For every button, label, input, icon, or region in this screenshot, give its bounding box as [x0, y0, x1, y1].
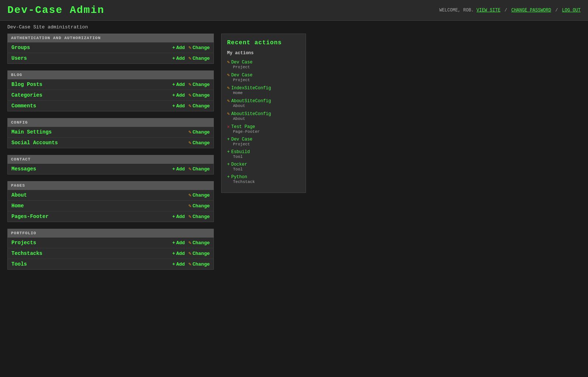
action-link[interactable]: AboutSiteConfig: [231, 111, 271, 117]
change-link[interactable]: ✎ Change: [188, 82, 210, 87]
section-body-config: Main Settings✎ ChangeSocial Accounts✎ Ch…: [7, 127, 214, 148]
change-link[interactable]: ✎ Change: [188, 55, 210, 61]
action-sub: Techstack: [227, 180, 300, 184]
change-link[interactable]: ✎ Change: [188, 214, 210, 219]
row-actions: + Add✎ Change: [172, 82, 210, 87]
list-item: ✎ Dev Case Project: [227, 72, 300, 82]
list-item: Projects+ Add✎ Change: [8, 238, 213, 248]
view-site-link[interactable]: VIEW SITE: [477, 8, 501, 13]
edit-icon: ✎: [227, 72, 230, 78]
action-link[interactable]: Dev Case: [231, 73, 253, 78]
row-actions: ✎ Change: [188, 129, 210, 135]
action-name: ✎ Dev Case: [227, 72, 300, 78]
section-auth: Authentication and AuthorizationGroups+ …: [7, 34, 214, 64]
change-link[interactable]: ✎ Change: [188, 92, 210, 98]
action-link[interactable]: IndexSiteConfig: [231, 86, 271, 91]
item-label[interactable]: Blog Posts: [11, 82, 172, 87]
action-link[interactable]: Dev Case: [231, 137, 253, 142]
change-link[interactable]: ✎ Change: [188, 192, 210, 198]
section-pages: PagesAbout✎ ChangeHome✎ ChangePages-Foot…: [7, 181, 214, 222]
add-link[interactable]: + Add: [172, 82, 185, 87]
add-icon: +: [172, 251, 175, 256]
item-label[interactable]: Groups: [11, 45, 172, 51]
row-actions: + Add✎ Change: [172, 92, 210, 98]
list-item: + Python Techstack: [227, 174, 300, 184]
action-link[interactable]: Dev Case: [231, 60, 253, 65]
list-item: + Esbuild Tool: [227, 149, 300, 159]
change-link[interactable]: ✎ Change: [188, 140, 210, 146]
list-item: Comments+ Add✎ Change: [8, 101, 213, 111]
add-link[interactable]: + Add: [172, 56, 185, 61]
action-link[interactable]: Python: [231, 174, 247, 180]
my-actions-label: My actions: [227, 51, 300, 56]
item-label[interactable]: Pages-Footer: [11, 214, 172, 219]
list-item: Users+ Add✎ Change: [8, 53, 213, 63]
action-sub: Project: [227, 78, 300, 82]
add-icon: +: [172, 262, 175, 267]
change-link[interactable]: ✎ Change: [188, 250, 210, 256]
add-icon: +: [227, 149, 230, 155]
add-link[interactable]: + Add: [172, 251, 185, 256]
add-link[interactable]: + Add: [172, 166, 185, 172]
add-icon: +: [172, 240, 175, 246]
change-link[interactable]: ✎ Change: [188, 45, 210, 51]
change-link[interactable]: ✎ Change: [188, 261, 210, 267]
list-item: Blog Posts+ Add✎ Change: [8, 79, 213, 90]
action-name: + Dev Case: [227, 137, 300, 142]
pencil-icon: ✎: [188, 214, 191, 219]
pencil-icon: ✎: [188, 140, 191, 146]
item-label[interactable]: Comments: [11, 103, 172, 109]
change-password-link[interactable]: CHANGE PASSWORD: [511, 8, 551, 13]
item-label[interactable]: Users: [11, 55, 172, 61]
add-link[interactable]: + Add: [172, 214, 185, 219]
change-link[interactable]: ✎ Change: [188, 166, 210, 172]
item-label[interactable]: Social Accounts: [11, 140, 188, 146]
change-link[interactable]: ✎ Change: [188, 240, 210, 246]
item-label[interactable]: About: [11, 192, 188, 198]
add-link[interactable]: + Add: [172, 103, 185, 109]
section-body-pages: About✎ ChangeHome✎ ChangePages-Footer+ A…: [7, 190, 214, 222]
item-label[interactable]: Projects: [11, 240, 172, 246]
item-label[interactable]: Main Settings: [11, 129, 188, 135]
add-icon: +: [172, 82, 175, 87]
edit-icon: ✎: [227, 111, 230, 117]
section-header-pages: Pages: [7, 181, 214, 190]
list-item: + Docker Tool: [227, 162, 300, 172]
change-link[interactable]: ✎ Change: [188, 129, 210, 135]
edit-icon: ✎: [227, 98, 230, 104]
add-link[interactable]: + Add: [172, 45, 185, 51]
add-icon: +: [172, 103, 175, 109]
action-sub: Tool: [227, 155, 300, 159]
item-label[interactable]: Messages: [11, 166, 172, 172]
list-item: Techstacks+ Add✎ Change: [8, 248, 213, 259]
left-panel: Authentication and AuthorizationGroups+ …: [7, 34, 214, 276]
change-link[interactable]: ✎ Change: [188, 203, 210, 209]
pencil-icon: ✎: [188, 166, 191, 172]
change-link[interactable]: ✎ Change: [188, 103, 210, 109]
item-label[interactable]: Techstacks: [11, 250, 172, 256]
action-link[interactable]: Test Page: [231, 124, 255, 129]
list-item: Categories+ Add✎ Change: [8, 90, 213, 101]
pencil-icon: ✎: [188, 55, 191, 61]
log-out-link[interactable]: LOG OUT: [562, 8, 581, 13]
pencil-icon: ✎: [188, 250, 191, 256]
row-actions: + Add✎ Change: [172, 261, 210, 267]
add-link[interactable]: + Add: [172, 93, 185, 98]
action-link[interactable]: AboutSiteConfig: [231, 98, 271, 104]
action-sub: Tool: [227, 167, 300, 172]
item-label[interactable]: Tools: [11, 261, 172, 267]
add-icon: +: [172, 93, 175, 98]
row-actions: + Add✎ Change: [172, 55, 210, 61]
section-body-blog: Blog Posts+ Add✎ ChangeCategories+ Add✎ …: [7, 79, 214, 111]
list-item: ✎ AboutSiteConfig About: [227, 111, 300, 121]
action-link[interactable]: Docker: [231, 162, 247, 167]
add-icon: +: [172, 166, 175, 172]
add-link[interactable]: + Add: [172, 240, 185, 246]
item-label[interactable]: Categories: [11, 92, 172, 98]
item-label[interactable]: Home: [11, 203, 188, 209]
action-link[interactable]: Esbuild: [231, 149, 250, 155]
add-link[interactable]: + Add: [172, 262, 185, 267]
list-item: ✎ IndexSiteConfig Home: [227, 85, 300, 95]
section-portfolio: PortfolioProjects+ Add✎ ChangeTechstacks…: [7, 229, 214, 270]
row-actions: + Add✎ Change: [172, 45, 210, 51]
